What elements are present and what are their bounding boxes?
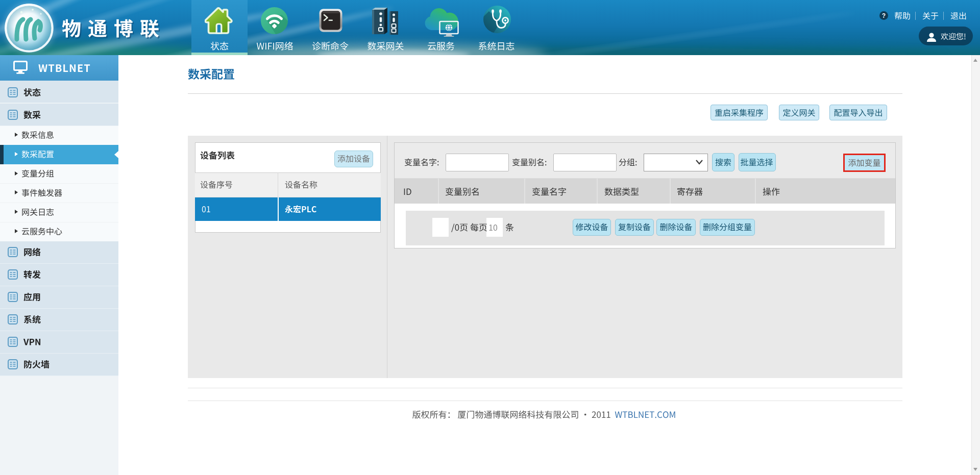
svg-text:?: ? [882, 12, 886, 19]
